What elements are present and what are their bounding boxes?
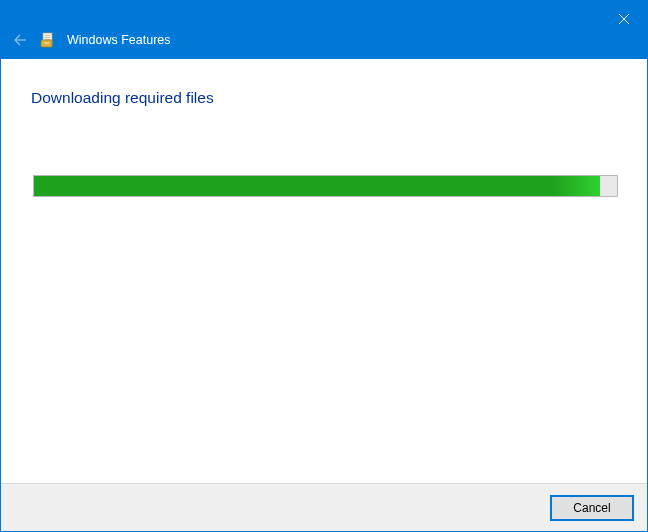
close-icon — [618, 13, 630, 25]
content-area: Downloading required files — [1, 59, 647, 483]
windows-features-icon — [39, 31, 57, 49]
svg-rect-5 — [44, 37, 50, 38]
close-button[interactable] — [601, 5, 647, 33]
progress-bar — [33, 175, 618, 197]
page-heading: Downloading required files — [31, 89, 617, 107]
back-button — [11, 31, 29, 49]
back-arrow-icon — [12, 32, 28, 48]
titlebar-content: Windows Features — [11, 31, 171, 49]
app-title: Windows Features — [67, 33, 171, 47]
dialog-window: Windows Features Downloading required fi… — [0, 0, 648, 532]
cancel-button[interactable]: Cancel — [551, 496, 633, 520]
titlebar: Windows Features — [1, 1, 647, 59]
button-bar: Cancel — [1, 483, 647, 531]
svg-rect-4 — [44, 35, 50, 36]
progress-fill — [34, 176, 600, 196]
svg-rect-8 — [44, 42, 49, 44]
